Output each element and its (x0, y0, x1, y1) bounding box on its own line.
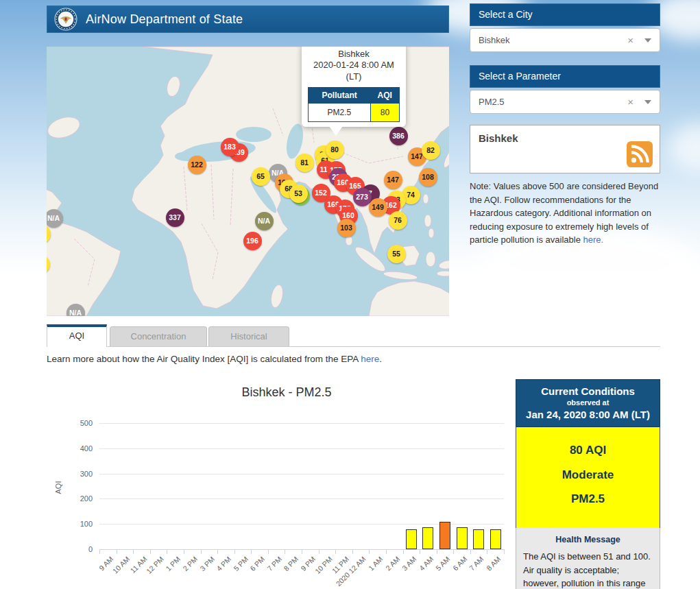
chart-bar[interactable] (457, 527, 468, 549)
learn-more-here-link[interactable]: here (361, 354, 379, 364)
x-tick (302, 550, 302, 554)
x-tick (420, 550, 420, 554)
map-marker[interactable]: 53 (289, 184, 308, 203)
observed-at-label: observed at (519, 398, 657, 407)
app-title: AirNow Department of State (86, 12, 243, 27)
aqi-summary-block: 80 AQI Moderate PM2.5 (516, 427, 660, 528)
tooltip-datetime: 2020-01-24 8:00 AM (LT) (306, 60, 401, 82)
map-marker[interactable]: N/A (255, 212, 274, 230)
y-tick-label: 100 (65, 520, 93, 528)
map-marker[interactable]: 81 (295, 154, 314, 172)
note-here-link[interactable]: here. (583, 235, 604, 245)
x-tick (117, 550, 117, 554)
city-clear-icon[interactable]: × (627, 34, 633, 46)
health-message-title: Health Message (523, 535, 653, 544)
x-tick (234, 550, 235, 554)
rss-icon[interactable] (627, 141, 653, 167)
aqi-value: 80 AQI (519, 438, 657, 463)
tooltip-aqi-value: 80 (370, 103, 399, 121)
tooltip-table: Pollutant AQI PM2.5 80 (308, 87, 400, 122)
x-tick (352, 550, 353, 554)
x-tick (335, 550, 336, 554)
map-marker[interactable]: 183 (221, 138, 239, 156)
city-chevron-down-icon[interactable] (644, 38, 651, 43)
learn-more-text: Learn more about how the Air Quality Ind… (47, 354, 382, 364)
health-message-text: The AQI is between 51 and 100. Air quali… (523, 550, 653, 589)
rss-feed-box: Bishkek (470, 125, 660, 173)
y-gridline (99, 474, 504, 474)
y-axis-title: AQI (54, 481, 62, 494)
y-tick-label: 500 (65, 419, 93, 427)
y-tick-label: 0 (65, 545, 93, 553)
map-marker[interactable]: 80 (326, 141, 344, 159)
map-marker[interactable]: 55 (387, 245, 406, 263)
aqi-bar-chart: Bishkek - PM2.5 AQI 01002003004005009 AM… (47, 374, 527, 589)
learn-more-suffix: . (379, 354, 382, 364)
parameter-dropdown[interactable]: PM2.5 × (470, 90, 660, 114)
x-tick (268, 550, 269, 554)
x-tick (150, 550, 151, 554)
map-marker[interactable]: 386 (389, 127, 408, 145)
tab-historical[interactable]: Historical (208, 326, 289, 346)
map-marker[interactable]: 65 (252, 167, 270, 186)
x-tick (201, 550, 202, 554)
y-gridline (99, 448, 504, 449)
x-tick (217, 550, 218, 554)
map-marker[interactable]: 108 (419, 168, 437, 187)
tab-underline (47, 346, 660, 347)
health-message-block: Health Message The AQI is between 51 and… (516, 528, 660, 589)
beyond-aqi-note: Note: Values above 500 are considered Be… (470, 180, 663, 247)
map-tooltip: Bishkek 2020-01-24 8:00 AM (LT) Pollutan… (302, 47, 406, 127)
y-gridline (99, 498, 504, 499)
parameter-chevron-down-icon[interactable] (644, 100, 651, 104)
map-marker[interactable]: 147 (384, 171, 402, 189)
map-marker[interactable]: 103 (337, 219, 356, 237)
chart-bar[interactable] (473, 529, 484, 549)
chart-bar[interactable] (439, 522, 450, 549)
parameter-clear-icon[interactable]: × (627, 96, 633, 108)
note-text: Note: Values above 500 are considered Be… (470, 181, 658, 245)
x-tick (470, 550, 471, 554)
tooltip-pollutant-value: PM2.5 (309, 103, 371, 121)
chart-bar[interactable] (406, 529, 417, 549)
map-marker[interactable]: N/A (47, 209, 63, 228)
x-tick (167, 550, 167, 554)
chart-bar[interactable] (490, 529, 501, 549)
x-tick (386, 550, 387, 554)
map-marker[interactable]: 149 (369, 198, 387, 217)
tab-concentration[interactable]: Concentration (110, 326, 207, 346)
map-marker[interactable]: 196 (243, 232, 262, 250)
x-tick (99, 550, 100, 554)
x-tick (251, 550, 252, 554)
x-tick (184, 550, 184, 554)
city-dropdown[interactable]: Bishkek × (470, 28, 660, 52)
parameter-dropdown-value: PM2.5 (479, 97, 627, 107)
map-marker[interactable]: 82 (422, 141, 440, 160)
x-tick (285, 550, 285, 554)
x-tick (437, 550, 437, 554)
city-dropdown-value: Bishkek (479, 35, 627, 45)
current-conditions-title: Current Conditions (519, 385, 657, 397)
map-marker[interactable]: 76 (389, 211, 407, 230)
map-marker[interactable]: 337 (166, 208, 184, 227)
map-marker[interactable]: 122 (188, 156, 206, 174)
y-tick-label: 200 (65, 494, 93, 503)
current-conditions-panel: Current Conditions observed at Jan 24, 2… (516, 379, 660, 589)
tooltip-aqi-header: AQI (370, 87, 399, 103)
select-parameter-header: Select a Parameter (470, 65, 660, 88)
airnow-dos-page: AirNow Department of State (0, 0, 700, 589)
tooltip-pollutant-header: Pollutant (309, 87, 371, 103)
aqi-category: Moderate (519, 463, 657, 488)
map-marker[interactable]: 273 (353, 188, 372, 206)
x-tick (133, 550, 134, 554)
tab-aqi[interactable]: AQI (47, 324, 107, 347)
x-tick (504, 550, 505, 554)
x-tick (369, 550, 370, 554)
select-city-header: Select a City (470, 3, 660, 26)
chart-bar[interactable] (422, 527, 433, 549)
x-tick (403, 550, 404, 554)
world-map[interactable]: 139183122N/A1337196N/AN/AN/A651066853386… (47, 47, 449, 316)
cloud (668, 123, 700, 171)
tooltip-city: Bishkek (306, 49, 401, 60)
app-header: AirNow Department of State (47, 5, 449, 33)
